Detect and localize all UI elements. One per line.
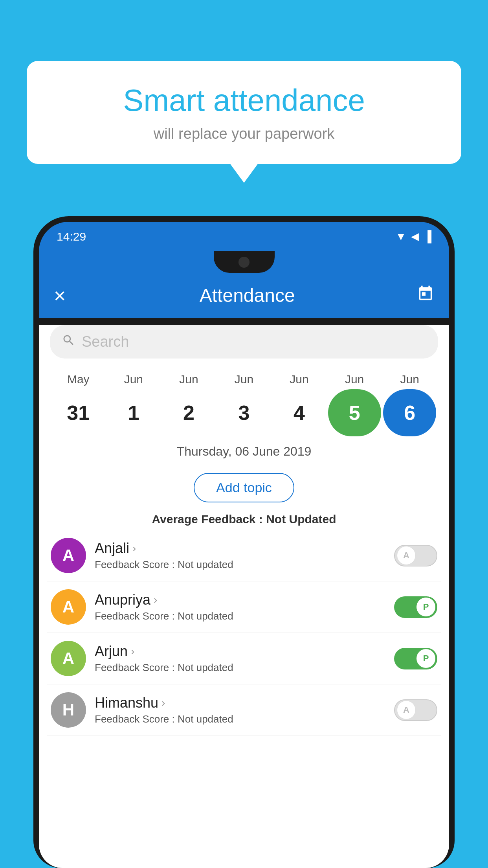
chevron-icon: › bbox=[132, 542, 136, 555]
speech-bubble-container: Smart attendance will replace your paper… bbox=[27, 61, 461, 164]
student-feedback-himanshu: Feedback Score : Not updated bbox=[95, 713, 385, 725]
student-name-arjun[interactable]: Arjun › bbox=[95, 643, 385, 660]
battery-icon: ▐ bbox=[424, 230, 431, 243]
avg-feedback: Average Feedback : Not Updated bbox=[39, 513, 449, 526]
toggle-anupriya[interactable]: P bbox=[394, 596, 437, 618]
search-icon bbox=[62, 333, 75, 351]
app-bar: × Attendance bbox=[39, 273, 449, 318]
toggle-knob: P bbox=[416, 649, 435, 668]
calendar-icon[interactable] bbox=[417, 285, 434, 306]
month-1: Jun bbox=[107, 373, 160, 386]
toggle-knob: A bbox=[397, 546, 416, 565]
toggle-knob: P bbox=[416, 598, 435, 616]
toggle-arjun[interactable]: P bbox=[394, 648, 437, 669]
month-0: May bbox=[52, 373, 105, 386]
search-bar[interactable]: Search bbox=[50, 325, 438, 359]
student-item: H Himanshu › Feedback Score : Not update… bbox=[47, 684, 441, 736]
wifi-icon: ▼ bbox=[395, 230, 406, 243]
status-bar: 14:29 ▼ ◀ ▐ bbox=[39, 222, 449, 251]
speech-bubble: Smart attendance will replace your paper… bbox=[27, 61, 461, 164]
avg-feedback-value: Not Updated bbox=[266, 513, 336, 526]
avatar-anupriya: A bbox=[51, 589, 86, 625]
bubble-title: Smart attendance bbox=[50, 83, 438, 118]
screen-content: Search May Jun Jun Jun Jun Jun Jun 31 1 … bbox=[39, 325, 449, 868]
student-info-arjun: Arjun › Feedback Score : Not updated bbox=[95, 643, 385, 674]
notch-area bbox=[39, 251, 449, 273]
camera bbox=[238, 257, 250, 268]
chevron-icon: › bbox=[161, 697, 165, 709]
chevron-icon: › bbox=[154, 594, 157, 606]
avatar-himanshu: H bbox=[51, 692, 86, 728]
status-time: 14:29 bbox=[57, 230, 86, 243]
student-name-anjali[interactable]: Anjali › bbox=[95, 540, 385, 557]
cal-date-selected[interactable]: 6 bbox=[383, 389, 436, 436]
app-title: Attendance bbox=[77, 285, 417, 306]
date-label: Thursday, 06 June 2019 bbox=[39, 438, 449, 463]
month-6: Jun bbox=[383, 373, 436, 386]
cal-date-2[interactable]: 2 bbox=[162, 389, 215, 436]
month-5: Jun bbox=[328, 373, 381, 386]
cal-date-1[interactable]: 1 bbox=[107, 389, 160, 436]
student-feedback-anjali: Feedback Score : Not updated bbox=[95, 559, 385, 571]
student-name-anupriya[interactable]: Anupriya › bbox=[95, 592, 385, 608]
month-4: Jun bbox=[273, 373, 326, 386]
status-icons: ▼ ◀ ▐ bbox=[395, 230, 431, 243]
phone-frame: 14:29 ▼ ◀ ▐ × Attendance bbox=[33, 216, 455, 868]
calendar-strip: May Jun Jun Jun Jun Jun Jun 31 1 2 3 4 5… bbox=[39, 366, 449, 438]
avatar-arjun: A bbox=[51, 641, 86, 676]
month-3: Jun bbox=[217, 373, 270, 386]
phone-inner: 14:29 ▼ ◀ ▐ × Attendance bbox=[39, 222, 449, 868]
student-info-himanshu: Himanshu › Feedback Score : Not updated bbox=[95, 695, 385, 725]
toggle-himanshu[interactable]: A bbox=[394, 699, 437, 721]
cal-date-3[interactable]: 3 bbox=[217, 389, 270, 436]
student-feedback-arjun: Feedback Score : Not updated bbox=[95, 662, 385, 674]
search-placeholder: Search bbox=[82, 333, 129, 350]
chevron-icon: › bbox=[131, 645, 134, 658]
student-feedback-anupriya: Feedback Score : Not updated bbox=[95, 610, 385, 622]
calendar-months: May Jun Jun Jun Jun Jun Jun bbox=[47, 373, 441, 386]
student-list: A Anjali › Feedback Score : Not updated … bbox=[39, 530, 449, 736]
notch bbox=[214, 251, 275, 273]
student-item: A Arjun › Feedback Score : Not updated P bbox=[47, 633, 441, 684]
student-name-himanshu[interactable]: Himanshu › bbox=[95, 695, 385, 711]
student-item: A Anjali › Feedback Score : Not updated … bbox=[47, 530, 441, 581]
cal-date-0[interactable]: 31 bbox=[52, 389, 105, 436]
calendar-dates: 31 1 2 3 4 5 6 bbox=[47, 389, 441, 436]
student-info-anupriya: Anupriya › Feedback Score : Not updated bbox=[95, 592, 385, 622]
student-info-anjali: Anjali › Feedback Score : Not updated bbox=[95, 540, 385, 571]
add-topic-wrapper: Add topic bbox=[39, 468, 449, 507]
add-topic-button[interactable]: Add topic bbox=[194, 473, 294, 502]
student-item: A Anupriya › Feedback Score : Not update… bbox=[47, 581, 441, 633]
bubble-subtitle: will replace your paperwork bbox=[50, 125, 438, 142]
signal-icon: ◀ bbox=[411, 230, 419, 243]
cal-date-4[interactable]: 4 bbox=[273, 389, 326, 436]
cal-date-today[interactable]: 5 bbox=[328, 389, 381, 436]
avg-feedback-label: Average Feedback : bbox=[152, 513, 266, 526]
avatar-anjali: A bbox=[51, 538, 86, 573]
toggle-anjali[interactable]: A bbox=[394, 545, 437, 566]
close-button[interactable]: × bbox=[54, 284, 66, 307]
toggle-knob: A bbox=[397, 701, 416, 719]
month-2: Jun bbox=[162, 373, 215, 386]
